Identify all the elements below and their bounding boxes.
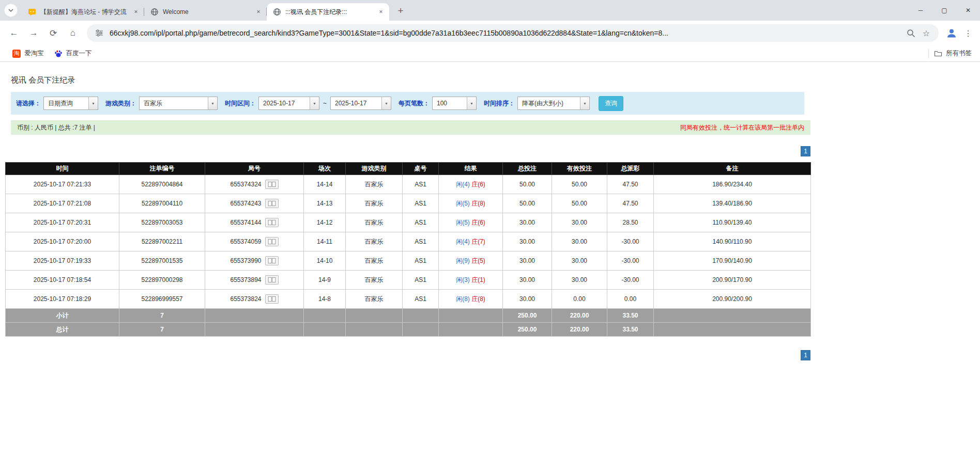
zoom-icon[interactable] [906, 28, 916, 38]
cards-icon [267, 258, 277, 264]
round-result-button[interactable] [265, 199, 279, 208]
round-result-button[interactable] [265, 180, 279, 189]
time-cell: 2025-10-17 07:18:54 [6, 271, 119, 290]
round-result-button[interactable] [265, 237, 279, 246]
result-player: 闲(3) [456, 276, 470, 283]
date-from-select[interactable]: 2025-10-17 ▼ [258, 97, 319, 110]
bet-id-cell: 522897004110 [119, 194, 205, 213]
dropdown-arrow-icon[interactable]: ▼ [310, 97, 319, 109]
result-player: 闲(8) [456, 295, 470, 303]
round-result-button[interactable] [265, 275, 279, 285]
query-type-select[interactable]: 日期查询 ▼ [43, 97, 98, 110]
select-type-label: 请选择： [16, 99, 41, 108]
tab-close-icon[interactable]: ✕ [254, 8, 263, 16]
dropdown-arrow-icon[interactable]: ▼ [88, 97, 98, 109]
bet-id-cell: 522897000298 [119, 271, 205, 290]
minimize-button[interactable]: ─ [909, 0, 932, 21]
note-cell: 110.90/139.40 [654, 213, 811, 232]
result-cell: 闲(3) 庄(1) [439, 271, 503, 290]
dropdown-arrow-icon[interactable]: ▼ [580, 97, 589, 109]
maximize-button[interactable]: ▢ [932, 0, 956, 21]
tab-search-button[interactable] [4, 4, 18, 17]
session-cell: 14-13 [304, 194, 346, 213]
sort-order-select[interactable]: 降幂(由大到小) ▼ [517, 97, 590, 110]
dropdown-arrow-icon[interactable]: ▼ [467, 97, 476, 109]
window-controls: ─ ▢ ✕ [909, 0, 980, 21]
table-row: 2025-10-17 07:20:31 522897003053 6553741… [6, 213, 811, 232]
pagination-bottom: 1 [5, 350, 810, 360]
session-cell: 14-8 [304, 290, 346, 309]
result-cell: 闲(5) 庄(6) [439, 213, 503, 232]
profile-avatar[interactable] [943, 24, 960, 42]
tab-close-icon[interactable]: ✕ [377, 8, 385, 16]
note-cell: 139.40/186.90 [654, 194, 811, 213]
empty-cell [654, 309, 811, 323]
tab-welcome[interactable]: Welcome ✕ [144, 3, 267, 21]
total-bet-cell[interactable]: 30.00 [503, 271, 552, 290]
bookmarks-bar: 淘 爱淘宝 百度一下 所有书签 [0, 45, 980, 62]
cards-icon [267, 277, 277, 283]
forward-button[interactable]: → [25, 24, 42, 42]
payout-cell: 47.50 [607, 175, 654, 194]
tab-bet-records[interactable]: :::视讯 会员下注纪录::: ✕ [267, 3, 389, 21]
col-total-bet: 总投注 [503, 163, 552, 175]
total-bet-cell[interactable]: 50.00 [503, 194, 552, 213]
round-result-button[interactable] [265, 218, 279, 227]
empty-cell [654, 323, 811, 337]
note-cell: 186.90/234.40 [654, 175, 811, 194]
back-button[interactable]: ← [5, 24, 23, 42]
site-settings-icon[interactable] [94, 28, 104, 38]
result-banker: 庄(5) [471, 257, 485, 264]
page-size-select[interactable]: 100 ▼ [432, 97, 477, 110]
taobao-icon: 淘 [12, 50, 21, 58]
home-button[interactable]: ⌂ [64, 24, 82, 42]
browser-menu-icon[interactable]: ⋮ [960, 24, 976, 42]
dropdown-arrow-icon[interactable]: ▼ [381, 97, 391, 109]
folder-icon [934, 50, 942, 58]
note-cell: 140.90/110.90 [654, 232, 811, 251]
cards-icon [267, 219, 277, 226]
payout-cell: -30.00 [607, 271, 654, 290]
round-id: 655374324 [230, 181, 261, 188]
page-1-button[interactable]: 1 [801, 146, 810, 156]
close-button[interactable]: ✕ [956, 0, 980, 21]
date-to-select[interactable]: 2025-10-17 ▼ [330, 97, 391, 110]
reload-button[interactable]: ⟳ [44, 24, 62, 42]
time-cell: 2025-10-17 07:21:08 [6, 194, 119, 213]
globe-favicon-icon [150, 8, 159, 16]
tab-strip: 【新提醒】海燕论坛 - 博学交流 ✕ Welcome ✕ :::视讯 会员下注纪… [0, 0, 980, 21]
bookmark-aitaobao[interactable]: 淘 爱淘宝 [7, 47, 49, 60]
total-bet-cell[interactable]: 30.00 [503, 232, 552, 251]
total-bet-cell[interactable]: 50.00 [503, 175, 552, 194]
time-cell: 2025-10-17 07:20:31 [6, 213, 119, 232]
tab-close-icon[interactable]: ✕ [132, 8, 140, 16]
page-content: 视讯 会员下注纪录 请选择： 日期查询 ▼ 游戏类别： 百家乐 ▼ 时间区间： … [0, 75, 980, 360]
dropdown-arrow-icon[interactable]: ▼ [208, 97, 217, 109]
date-from-value: 2025-10-17 [259, 97, 310, 109]
bookmark-star-icon[interactable]: ☆ [921, 28, 931, 38]
table-row: 2025-10-17 07:18:29 522896999557 6553738… [6, 290, 811, 309]
page-1-button[interactable]: 1 [801, 350, 810, 360]
table-row: 2025-10-17 07:21:33 522897004864 6553743… [6, 175, 811, 194]
tab-forum[interactable]: 【新提醒】海燕论坛 - 博学交流 ✕ [22, 3, 144, 21]
all-bookmarks-button[interactable]: 所有书签 [934, 49, 973, 58]
session-cell: 14-12 [304, 213, 346, 232]
note-cell: 170.90/140.90 [654, 251, 811, 271]
round-result-button[interactable] [265, 294, 279, 304]
result-player: 闲(9) [456, 257, 470, 264]
round-result-button[interactable] [265, 256, 279, 265]
cards-icon [267, 200, 277, 207]
empty-cell [439, 309, 503, 323]
col-valid-bet: 有效投注 [552, 163, 607, 175]
total-bet-cell[interactable]: 30.00 [503, 213, 552, 232]
total-bet-cell[interactable]: 30.00 [503, 251, 552, 271]
game-type-select[interactable]: 百家乐 ▼ [139, 97, 218, 110]
search-button[interactable]: 查询 [599, 96, 623, 111]
bookmark-baidu[interactable]: 百度一下 [49, 47, 97, 60]
new-tab-button[interactable]: + [393, 4, 408, 18]
total-bet-cell[interactable]: 30.00 [503, 290, 552, 309]
result-player: 闲(4) [456, 181, 470, 188]
address-bar[interactable]: 66cxkj98.com/ipl/portal.php/game/betreco… [87, 24, 939, 42]
valid-bet-cell: 50.00 [552, 175, 607, 194]
browser-toolbar: ← → ⟳ ⌂ 66cxkj98.com/ipl/portal.php/game… [0, 21, 980, 45]
